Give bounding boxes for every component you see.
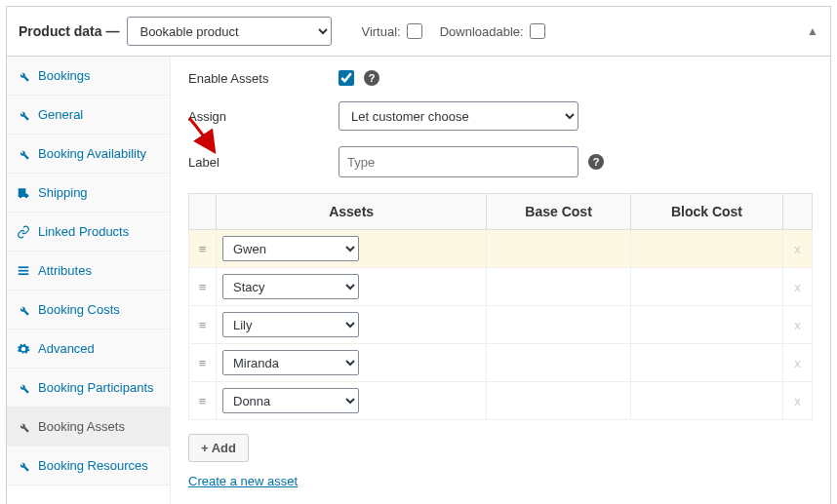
wrench-icon [17,108,30,122]
label-input[interactable] [339,146,578,177]
sidebar-item-booking-availability[interactable]: Booking Availability [7,135,170,174]
product-data-panel: Product data — Bookable product Virtual:… [6,6,831,504]
col-block-cost: Block Cost [630,194,782,230]
drag-handle-icon[interactable]: ≡ [189,230,217,268]
sidebar: BookingsGeneralBooking AvailabilityShipp… [7,57,171,504]
svg-rect-2 [19,273,29,275]
asset-select[interactable]: Gwen [222,236,359,261]
base-cost-cell[interactable] [487,268,631,306]
sidebar-item-shipping[interactable]: Shipping [7,174,170,213]
svg-rect-0 [19,266,29,268]
header-options: Virtual: Downloadable: [361,23,544,39]
sidebar-item-label: Advanced [38,341,95,356]
drag-handle-icon[interactable]: ≡ [189,382,217,420]
enable-assets-label: Enable Assets [188,71,339,86]
remove-row-icon[interactable]: x [783,382,813,420]
table-row: ≡Mirandax [189,344,813,382]
asset-cell: Stacy [217,268,487,306]
sidebar-item-label: Booking Availability [38,146,146,161]
sidebar-item-label: Booking Participants [38,380,154,395]
drag-handle-icon[interactable]: ≡ [189,344,217,382]
label-field-label: Label [188,155,339,170]
sidebar-item-bookings[interactable]: Bookings [7,57,170,96]
sidebar-item-label: Linked Products [38,224,129,239]
table-row: ≡Gwenx [189,230,813,268]
block-cost-cell[interactable] [630,306,782,344]
sidebar-item-advanced[interactable]: Advanced [7,330,170,368]
base-cost-cell[interactable] [487,306,631,344]
remove-row-icon[interactable]: x [783,306,813,344]
sidebar-item-booking-assets[interactable]: Booking Assets [7,407,170,446]
remove-row-icon[interactable]: x [783,230,813,268]
wrench-icon [17,69,30,83]
asset-select[interactable]: Miranda [222,350,359,375]
link-icon [17,225,30,239]
wrench-icon [17,420,30,434]
gear-icon [17,342,30,356]
base-cost-cell[interactable] [487,230,631,268]
sidebar-item-attributes[interactable]: Attributes [7,252,170,291]
downloadable-option[interactable]: Downloadable: [440,23,545,39]
wrench-icon [17,381,30,395]
asset-select[interactable]: Lily [222,312,359,337]
sidebar-item-label: Booking Costs [38,302,120,317]
sidebar-item-label: Bookings [38,68,90,83]
col-base-cost: Base Cost [487,194,631,230]
sidebar-item-booking-resources[interactable]: Booking Resources [7,446,170,485]
asset-cell: Miranda [217,344,487,382]
assign-row: Assign Let customer choose [188,101,813,131]
block-cost-cell[interactable] [630,344,782,382]
sidebar-item-label: Attributes [38,263,92,278]
asset-select[interactable]: Donna [222,388,359,413]
sidebar-item-label: Shipping [38,185,88,200]
sidebar-item-linked-products[interactable]: Linked Products [7,213,170,252]
list-icon [17,264,30,278]
remove-row-icon[interactable]: x [783,268,813,306]
assign-select[interactable]: Let customer choose [339,101,578,131]
table-row: ≡Stacyx [189,268,813,306]
col-assets: Assets [217,194,487,230]
base-cost-cell[interactable] [487,382,631,420]
downloadable-label: Downloadable: [440,24,524,39]
col-handle [189,194,217,230]
col-remove [783,194,813,230]
asset-select[interactable]: Stacy [222,274,359,299]
virtual-label: Virtual: [361,24,400,39]
sidebar-item-label: Booking Resources [38,458,148,473]
sidebar-item-label: Booking Assets [38,419,125,434]
drag-handle-icon[interactable]: ≡ [189,268,217,306]
sidebar-item-label: General [38,107,83,122]
panel-header: Product data — Bookable product Virtual:… [7,7,830,57]
create-asset-link[interactable]: Create a new asset [188,474,298,488]
truck-icon [17,186,30,200]
svg-rect-1 [19,269,29,271]
block-cost-cell[interactable] [630,382,782,420]
add-button[interactable]: + Add [188,434,249,462]
downloadable-checkbox[interactable] [530,23,545,39]
panel-body: BookingsGeneralBooking AvailabilityShipp… [7,57,830,504]
asset-cell: Lily [217,306,487,344]
sidebar-item-booking-costs[interactable]: Booking Costs [7,291,170,330]
base-cost-cell[interactable] [487,344,631,382]
product-type-select[interactable]: Bookable product [127,17,332,46]
table-row: ≡Donnax [189,382,813,420]
block-cost-cell[interactable] [630,268,782,306]
help-icon[interactable]: ? [588,154,604,170]
virtual-option[interactable]: Virtual: [361,23,421,39]
enable-assets-row: Enable Assets ? [188,70,813,86]
wrench-icon [17,303,30,317]
drag-handle-icon[interactable]: ≡ [189,306,217,344]
help-icon[interactable]: ? [364,70,379,86]
remove-row-icon[interactable]: x [783,344,813,382]
assets-table: Assets Base Cost Block Cost ≡Gwenx≡Stacy… [188,193,813,420]
label-row: Label ? [188,146,813,177]
virtual-checkbox[interactable] [407,23,422,39]
sidebar-item-booking-participants[interactable]: Booking Participants [7,368,170,407]
assets-tbody: ≡Gwenx≡Stacyx≡Lilyx≡Mirandax≡Donnax [189,230,813,420]
block-cost-cell[interactable] [630,230,782,268]
enable-assets-checkbox[interactable] [339,70,354,86]
assign-label: Assign [188,109,339,124]
content-area: Enable Assets ? Assign Let customer choo… [171,57,830,504]
collapse-icon[interactable]: ▲ [807,24,818,38]
sidebar-item-general[interactable]: General [7,96,170,135]
